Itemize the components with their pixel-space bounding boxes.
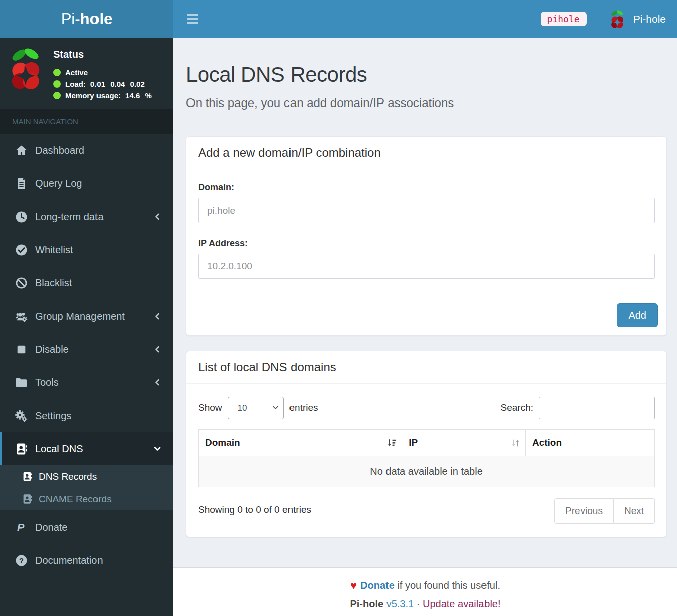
column-header-ip[interactable]: IP xyxy=(402,430,526,456)
page-title: Local DNS Records xyxy=(186,63,667,87)
sidebar-toggle-button[interactable] xyxy=(185,12,200,26)
question-circle-icon: ? xyxy=(15,554,28,567)
folder-icon xyxy=(15,376,28,389)
update-available-link[interactable]: Update available! xyxy=(423,598,501,609)
sidebar-item-tools[interactable]: Tools xyxy=(0,366,173,399)
chevron-left-icon xyxy=(153,345,161,353)
dns-table: Domain IP xyxy=(198,429,655,487)
empty-table-message: No data available in table xyxy=(199,456,655,487)
status-info: Status Active Load: 0.01 0.04 0.02 Memor… xyxy=(53,43,152,103)
version-line: Pi-hole v5.3.1 · Update available! xyxy=(173,597,677,611)
page-footer: ♥Donate if you found this useful. Pi-hol… xyxy=(173,567,677,616)
table-info-text: Showing 0 to 0 of 0 entries xyxy=(198,498,311,516)
sidebar-item-dns-records[interactable]: DNS Records xyxy=(0,465,173,488)
sidebar-item-whitelist[interactable]: Whitelist xyxy=(0,233,173,266)
table-header-row: Domain IP xyxy=(199,430,655,456)
sidebar: Pi-hole Status Active Load: 0.01 xyxy=(0,0,173,616)
add-card-body: Domain: IP Address: xyxy=(186,169,666,295)
sidebar-item-donate[interactable]: P Donate xyxy=(0,510,173,544)
column-header-action: Action xyxy=(525,430,654,456)
table-controls: Show 10 entries Search: xyxy=(198,397,655,419)
sidebar-item-long-term-data[interactable]: Long-term data xyxy=(0,200,173,233)
list-card-title: List of local DNS domains xyxy=(186,351,666,384)
logo-text: Pi-hole xyxy=(61,10,113,28)
content: Local DNS Records On this page, you can … xyxy=(173,38,677,537)
search-input[interactable] xyxy=(539,397,655,419)
sidebar-item-blacklist[interactable]: Blacklist xyxy=(0,266,173,299)
sidebar-item-settings[interactable]: Settings xyxy=(0,399,173,432)
svg-text:P: P xyxy=(17,521,25,534)
domain-label: Domain: xyxy=(198,182,655,193)
sidebar-item-documentation[interactable]: ? Documentation xyxy=(0,544,173,577)
ban-icon xyxy=(15,277,28,289)
domain-input[interactable] xyxy=(198,198,655,223)
address-book-icon xyxy=(22,471,33,482)
previous-page-button[interactable]: Previous xyxy=(554,498,614,524)
status-active: Active xyxy=(53,68,152,77)
ip-input[interactable] xyxy=(198,254,655,279)
donate-line: ♥Donate if you found this useful. xyxy=(173,579,677,592)
list-card-body: Show 10 entries Search: xyxy=(186,384,666,537)
sort-both-icon xyxy=(510,438,521,448)
page-subtitle: On this page, you can add domain/IP asso… xyxy=(186,96,667,110)
file-icon xyxy=(15,177,28,190)
green-dot-icon xyxy=(53,80,61,88)
local-dns-submenu: DNS Records CNAME Records xyxy=(0,465,173,510)
sidebar-nav-bottom: P Donate ? Documentation xyxy=(0,510,173,577)
sidebar-nav: Dashboard Query Log Long-term data White… xyxy=(0,134,173,465)
add-domain-card: Add a new domain/IP combination Domain: … xyxy=(186,136,667,336)
version-link[interactable]: v5.3.1 xyxy=(386,598,414,609)
status-load: Load: 0.01 0.04 0.02 xyxy=(53,80,152,88)
topbar: pihole Pi-hole xyxy=(173,0,677,38)
donate-suffix: if you found this useful. xyxy=(395,580,500,591)
next-page-button[interactable]: Next xyxy=(614,498,655,524)
dns-list-card: List of local DNS domains Show 10 entrie… xyxy=(186,351,667,537)
entries-label: entries xyxy=(289,402,318,414)
add-button[interactable]: Add xyxy=(617,303,658,327)
status-panel: Status Active Load: 0.01 0.04 0.02 Memor… xyxy=(0,38,173,109)
pagination: Previous Next xyxy=(554,498,655,524)
paypal-icon: P xyxy=(15,521,28,534)
topbar-brand-label: Pi-hole xyxy=(633,13,666,25)
chevron-left-icon xyxy=(153,378,161,386)
topbar-brand[interactable]: Pi-hole xyxy=(609,8,666,30)
nav-section-header: MAIN NAVIGATION xyxy=(0,109,173,134)
search-label: Search: xyxy=(501,402,533,414)
page-length-select-wrap: 10 xyxy=(228,397,284,419)
home-icon xyxy=(15,144,28,157)
column-header-domain[interactable]: Domain xyxy=(199,430,402,456)
sort-amount-down-icon xyxy=(386,438,397,448)
chevron-down-icon xyxy=(153,445,161,453)
chevron-left-icon xyxy=(153,213,161,221)
topbar-right: pihole Pi-hole xyxy=(541,8,666,30)
status-title: Status xyxy=(53,49,152,60)
address-book-icon xyxy=(22,494,33,504)
stop-icon xyxy=(15,343,28,356)
add-card-title: Add a new domain/IP combination xyxy=(186,137,666,169)
green-dot-icon xyxy=(53,92,61,99)
add-card-footer: Add xyxy=(186,295,666,335)
green-dot-icon xyxy=(53,69,61,76)
heart-icon: ♥ xyxy=(350,579,357,592)
sidebar-item-query-log[interactable]: Query Log xyxy=(0,167,173,200)
sidebar-item-dashboard[interactable]: Dashboard xyxy=(0,134,173,167)
sidebar-item-group-management[interactable]: Group Management xyxy=(0,299,173,333)
domain-form-group: Domain: xyxy=(198,182,655,223)
dot-separator: · xyxy=(417,598,420,609)
ip-form-group: IP Address: xyxy=(198,238,655,279)
sidebar-item-local-dns[interactable]: Local DNS xyxy=(0,432,173,465)
status-memory: Memory usage: 14.6 % xyxy=(53,91,152,100)
show-label: Show xyxy=(198,402,222,414)
search-wrap: Search: xyxy=(501,397,655,419)
donate-link[interactable]: Donate xyxy=(360,580,395,591)
sidebar-logo[interactable]: Pi-hole xyxy=(0,0,173,38)
svg-text:?: ? xyxy=(19,556,24,564)
ip-label: IP Address: xyxy=(198,238,655,249)
users-gear-icon xyxy=(15,310,28,323)
page-length-select[interactable]: 10 xyxy=(228,397,284,419)
raspberry-icon xyxy=(609,8,626,30)
empty-table-row: No data available in table xyxy=(199,456,655,487)
sidebar-item-disable[interactable]: Disable xyxy=(0,333,173,366)
hostname-badge: pihole xyxy=(541,12,587,26)
sidebar-item-cname-records[interactable]: CNAME Records xyxy=(0,488,173,510)
